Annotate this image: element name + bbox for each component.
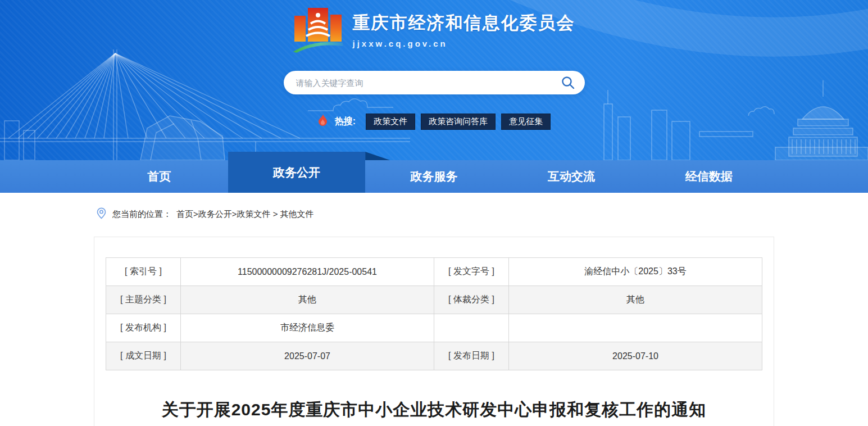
nav-item-interaction[interactable]: 互动交流 <box>503 160 640 193</box>
nav-item-gov-disclosure[interactable]: 政务公开 <box>228 152 366 193</box>
meta-value-written-date: 2025-07-07 <box>181 342 434 370</box>
table-row: [ 成文日期 ] 2025-07-07 [ 发布日期 ] 2025-07-10 <box>106 342 762 370</box>
article-title: 关于开展2025年度重庆市中小企业技术研发中心申报和复核工作的通知 <box>106 398 762 422</box>
meta-value-doc-no: 渝经信中小〔2025〕33号 <box>509 258 762 286</box>
meta-label-doc-no: [ 发文字号 ] <box>434 258 509 286</box>
location-pin-icon <box>96 207 107 222</box>
table-row: [ 发布机构 ] 市经济信息委 <box>106 314 762 342</box>
flame-icon <box>317 114 328 129</box>
meta-label-written-date: [ 成文日期 ] <box>106 342 181 370</box>
meta-value-publish-date: 2025-07-10 <box>509 342 762 370</box>
main-nav: 首页 政务公开 政务服务 互动交流 经信数据 <box>0 160 868 193</box>
meta-label-topic-class: [ 主题分类 ] <box>106 286 181 314</box>
hot-tag-policy-files[interactable]: 政策文件 <box>366 114 415 130</box>
meta-label-genre-class: [ 体裁分类 ] <box>434 286 509 314</box>
meta-label-index-no: [ 索引号 ] <box>106 258 181 286</box>
nav-item-industry-data[interactable]: 经信数据 <box>640 160 778 193</box>
document-meta-table: [ 索引号 ] 11500000009276281J/2025-00541 [ … <box>106 257 762 370</box>
breadcrumb: 您当前的位置： 首页>政务公开>政策文件 > 其他文件 <box>96 207 868 222</box>
meta-value-topic-class: 其他 <box>181 286 434 314</box>
search-input[interactable] <box>296 78 560 88</box>
meta-label-publisher: [ 发布机构 ] <box>106 314 181 342</box>
site-logo[interactable]: 重庆市经济和信息化委员会 jjxxw.cq.gov.cn <box>0 7 868 53</box>
breadcrumb-label: 您当前的位置： <box>112 209 171 220</box>
site-url: jjxxw.cq.gov.cn <box>353 39 575 48</box>
hot-tag-policy-qa[interactable]: 政策咨询问答库 <box>421 114 496 130</box>
breadcrumb-path[interactable]: 首页>政务公开>政策文件 > 其他文件 <box>176 209 314 220</box>
hot-tag-opinions[interactable]: 意见征集 <box>501 114 551 130</box>
document-card: [ 索引号 ] 11500000009276281J/2025-00541 [ … <box>94 237 774 426</box>
meta-value-genre-class: 其他 <box>509 286 762 314</box>
meta-value-index-no: 11500000009276281J/2025-00541 <box>181 258 434 286</box>
nav-item-home[interactable]: 首页 <box>90 160 228 193</box>
nav-item-gov-services[interactable]: 政务服务 <box>365 160 503 193</box>
site-title: 重庆市经济和信息化委员会 <box>353 11 575 35</box>
table-row: [ 主题分类 ] 其他 [ 体裁分类 ] 其他 <box>106 286 762 314</box>
meta-label-publish-date: [ 发布日期 ] <box>434 342 509 370</box>
hot-search-label: 热搜: <box>335 116 356 128</box>
search-icon[interactable] <box>560 75 576 90</box>
meta-value-empty <box>509 314 762 342</box>
emblem-icon <box>293 7 343 53</box>
search-bar <box>284 71 585 94</box>
meta-label-empty <box>434 314 509 342</box>
site-header: 重庆市经济和信息化委员会 jjxxw.cq.gov.cn 热搜: 政策文件 政策… <box>0 0 868 193</box>
meta-value-publisher: 市经济信息委 <box>181 314 434 342</box>
hot-search-bar: 热搜: 政策文件 政策咨询问答库 意见征集 <box>0 114 868 130</box>
table-row: [ 索引号 ] 11500000009276281J/2025-00541 [ … <box>106 258 762 286</box>
